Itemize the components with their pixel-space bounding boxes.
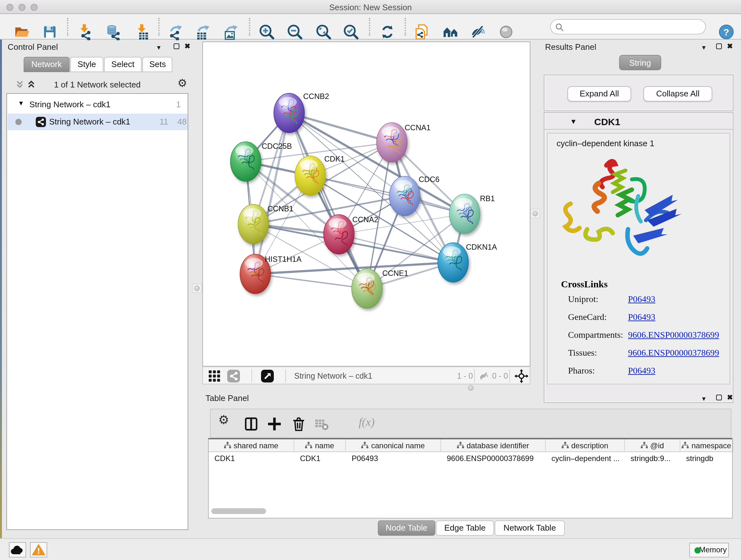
add-column-icon[interactable] — [267, 416, 282, 432]
delete-column-icon[interactable] — [291, 416, 307, 432]
column-header-name[interactable]: name — [294, 439, 346, 452]
column-header-database-identifier[interactable]: database identifier — [441, 439, 546, 452]
horizontal-scrollbar[interactable] — [211, 508, 266, 514]
tab-style[interactable]: Style — [70, 57, 104, 72]
close-panel-icon[interactable]: ✖ — [727, 394, 733, 401]
export-image-icon[interactable] — [223, 23, 239, 40]
table-cell[interactable]: stringdb:9... — [625, 452, 680, 465]
expand-all-button[interactable]: Expand All — [567, 86, 631, 102]
collapse-all-button[interactable]: Collapse All — [643, 86, 712, 102]
table-cell[interactable]: P06493 — [346, 452, 441, 465]
network-list: ▼ String Network – cdk1 1 String Network… — [6, 93, 188, 530]
maximize-panel-icon[interactable] — [174, 44, 179, 49]
maximize-panel-icon[interactable] — [716, 44, 722, 49]
export-table-icon[interactable] — [195, 23, 211, 40]
table-cell[interactable]: CDK1 — [209, 452, 294, 465]
right-splitter-handle[interactable] — [530, 209, 540, 219]
import-network-icon[interactable] — [77, 23, 94, 40]
column-header-shared-name[interactable]: shared name — [209, 439, 294, 452]
node-label: CDKN1A — [466, 243, 497, 252]
grid-view-icon[interactable] — [209, 370, 220, 384]
node-label: CCNA2 — [352, 215, 378, 224]
table-cell[interactable]: CDK1 — [294, 452, 346, 465]
column-header-description[interactable]: description — [546, 439, 625, 452]
crosslink-link[interactable]: P06493 — [628, 312, 656, 322]
tab-network-table[interactable]: Network Table — [495, 520, 565, 536]
network-node-CDK1[interactable]: CDK1 — [294, 155, 326, 196]
network-edge[interactable] — [310, 176, 465, 214]
network-canvas[interactable]: CCNB2 CCNA1 — [202, 42, 530, 367]
refresh-icon[interactable] — [379, 23, 396, 40]
help-icon[interactable]: ? — [718, 23, 735, 40]
crosslink-link[interactable]: 9606.ENSP00000378699 — [628, 348, 719, 358]
memory-button[interactable]: Memory — [689, 543, 729, 557]
tab-string[interactable]: String — [619, 55, 661, 70]
network-options-gear-icon[interactable]: ⚙ — [178, 78, 187, 89]
search-icon — [555, 23, 564, 32]
view-toolbar-separator — [285, 369, 286, 382]
network-collection-row[interactable]: ▼ String Network – cdk1 1 — [8, 97, 188, 113]
hide-visual-icon[interactable] — [470, 23, 486, 40]
network-node-CCNA1[interactable]: CCNA1 — [376, 122, 408, 163]
table-cell[interactable]: 9606.ENSP00000378699 — [441, 452, 546, 465]
network-node-CCNB2[interactable]: CCNB2 — [273, 92, 305, 133]
network-name: String Network – cdk1 — [49, 117, 130, 126]
warnings-button[interactable] — [30, 542, 47, 557]
collection-name: String Network – cdk1 — [29, 100, 111, 109]
zoom-in-icon[interactable] — [259, 23, 275, 40]
crosslink-link[interactable]: P06493 — [628, 294, 656, 305]
column-header-@id[interactable]: @id — [625, 439, 680, 452]
table-cell[interactable]: cyclin–dependent ... — [546, 452, 625, 465]
column-header-namespace[interactable]: namespace — [680, 439, 733, 452]
cloud-button[interactable] — [9, 542, 26, 557]
zoom-fit-icon[interactable] — [315, 23, 332, 40]
float-panel-icon[interactable]: ▾ — [702, 44, 705, 51]
network-node-CDKN1A[interactable]: CDKN1A — [437, 242, 469, 283]
open-session-icon[interactable] — [13, 23, 30, 40]
network-node-CCNA2[interactable]: CCNA2 — [323, 214, 355, 255]
save-session-icon[interactable] — [42, 23, 58, 40]
network-edge[interactable] — [255, 113, 289, 274]
network-edge[interactable] — [255, 274, 367, 289]
collapse-section-icon[interactable]: ▼ — [570, 118, 577, 125]
tree-expander-icon[interactable]: ▼ — [18, 100, 24, 107]
crosslink-link[interactable]: P06493 — [628, 366, 656, 376]
show-columns-icon[interactable] — [244, 416, 259, 432]
float-panel-icon[interactable]: ▾ — [702, 395, 705, 402]
left-splitter-handle[interactable] — [192, 284, 202, 293]
tab-sets[interactable]: Sets — [142, 57, 172, 72]
float-panel-icon[interactable]: ▾ — [157, 44, 160, 51]
network-node-HIST1H1A[interactable]: HIST1H1A — [239, 253, 271, 294]
tab-edge-table[interactable]: Edge Table — [436, 520, 494, 536]
fit-content-crosshair-icon[interactable] — [515, 369, 529, 386]
tab-network[interactable]: Network — [23, 57, 70, 72]
zoom-out-icon[interactable] — [286, 23, 303, 40]
tab-select[interactable]: Select — [104, 57, 142, 72]
network-row[interactable]: String Network – cdk1 11 48 — [8, 114, 188, 130]
table-cell[interactable]: stringdb — [680, 452, 733, 465]
close-panel-icon[interactable]: ✖ — [727, 43, 733, 50]
table-options-gear-icon[interactable]: ⚙ — [218, 415, 233, 430]
show-visual-icon[interactable] — [498, 23, 515, 40]
close-panel-icon[interactable]: ✖ — [185, 43, 190, 50]
network-node-CCNB1[interactable]: CCNB1 — [238, 204, 269, 245]
import-table-icon[interactable] — [135, 23, 151, 40]
search-input[interactable] — [550, 19, 706, 35]
maximize-panel-icon[interactable] — [716, 395, 722, 400]
string-documents-icon[interactable] — [414, 23, 430, 40]
network-node-CCNE1[interactable]: CCNE1 — [351, 268, 383, 309]
crosslink-link[interactable]: 9606.ENSP00000378699 — [628, 330, 719, 340]
protein-section-header[interactable]: ▼ CDK1 — [544, 113, 733, 130]
bottom-splitter-handle[interactable] — [468, 385, 474, 391]
export-network-icon[interactable] — [167, 23, 184, 40]
birdseye-view-icon[interactable] — [261, 370, 274, 385]
column-header-canonical-name[interactable]: canonical name — [346, 439, 441, 452]
import-database-icon[interactable] — [105, 23, 122, 40]
network-node-RB1[interactable]: RB1 — [449, 193, 481, 234]
tab-node-table[interactable]: Node Table — [378, 520, 435, 536]
network-node-CDC25B[interactable]: CDC25B — [230, 141, 262, 182]
home-networks-icon[interactable] — [442, 23, 459, 40]
network-view-mode-icon[interactable] — [227, 370, 240, 385]
network-node-CDC6[interactable]: CDC6 — [389, 176, 421, 216]
zoom-selected-icon[interactable] — [343, 23, 359, 40]
